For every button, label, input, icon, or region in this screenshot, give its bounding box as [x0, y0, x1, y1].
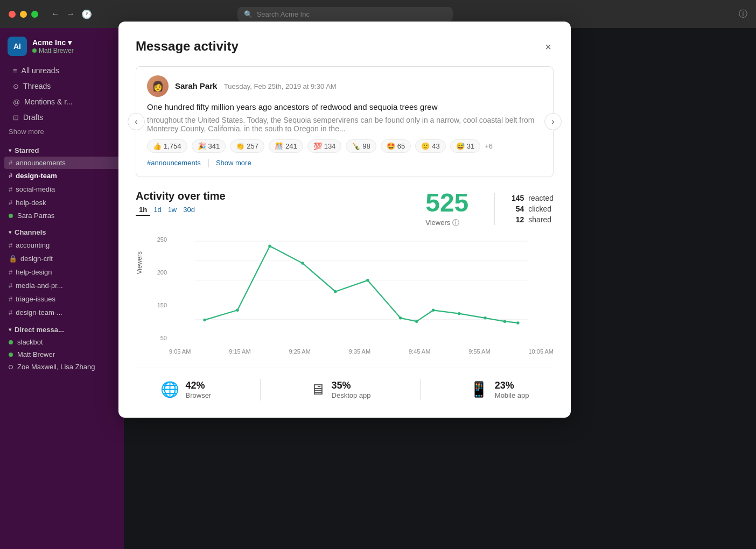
stats-details: 145 reacted 54 clicked 12 shared: [508, 194, 554, 224]
sidebar-channel-social-media[interactable]: # social-media: [0, 183, 124, 195]
reaction-smile[interactable]: 🙂 43: [415, 139, 445, 153]
sidebar-channel-design-team2[interactable]: # design-team-...: [0, 306, 124, 319]
platform-desktop: 🖥 35% Desktop app: [310, 380, 371, 399]
mobile-icon: 📱: [470, 381, 488, 398]
sidebar-dm-zoe-lisa[interactable]: Zoe Maxwell, Lisa Zhang: [0, 361, 124, 373]
sidebar-item-drafts[interactable]: ⊡ Drafts: [4, 110, 120, 125]
forward-button[interactable]: →: [66, 9, 75, 19]
sidebar-item-all-unreads[interactable]: ≡ All unreads: [4, 63, 120, 78]
more-reactions[interactable]: +6: [485, 142, 493, 150]
message-activity-modal: Message activity × ‹ › 👩 Sarah Park Tues…: [118, 22, 571, 418]
sidebar-dm-slackbot[interactable]: slackbot: [0, 336, 124, 348]
sidebar-channel-announcements[interactable]: # announcements: [4, 157, 120, 169]
time-filter-1w[interactable]: 1w: [165, 205, 180, 216]
sidebar-channel-help-design[interactable]: # help-design: [0, 266, 124, 278]
svg-point-4: [203, 318, 206, 321]
sidebar-channel-triage[interactable]: # triage-issues: [0, 293, 124, 305]
message-header: 👩 Sarah Park Tuesday, Feb 25th, 2019 at …: [147, 75, 542, 97]
reaction-clap[interactable]: 👏 257: [230, 139, 264, 153]
search-icon: 🔍: [244, 10, 253, 18]
reactions-list: 👍 1,754 🎉 341 👏 257 🎊 241 💯 134 🍾 98: [147, 139, 542, 153]
message-text-main: One hundred fifty million years ago ance…: [147, 101, 542, 114]
platform-browser: 🌐 42% Browser: [160, 380, 212, 399]
svg-point-13: [458, 312, 460, 314]
reaction-count: 43: [432, 142, 439, 150]
x-label-905: 9:05 AM: [169, 348, 191, 355]
help-icon[interactable]: ⓘ: [739, 9, 747, 20]
sidebar-dm-sara[interactable]: Sara Parras: [0, 209, 124, 222]
time-filter-1d[interactable]: 1d: [150, 205, 164, 216]
platform-info-desktop: 35% Desktop app: [332, 380, 371, 399]
reaction-emoji: 😅: [456, 142, 465, 150]
time-filter-1h[interactable]: 1h: [136, 205, 150, 216]
reaction-confetti[interactable]: 🎊 241: [269, 139, 303, 153]
sidebar-channel-accounting[interactable]: # accounting: [0, 239, 124, 251]
activity-title-section: Activity over time 1h 1d 1w 30d: [136, 190, 226, 216]
reaction-100[interactable]: 💯 134: [307, 139, 342, 153]
sidebar-user: Matt Brewer: [32, 47, 74, 54]
platform-mobile: 📱 23% Mobile app: [470, 380, 529, 399]
sidebar-item-mentions[interactable]: @ Mentions & r...: [4, 94, 120, 109]
x-label-935: 9:35 AM: [349, 348, 370, 355]
reaction-thumbsup[interactable]: 👍 1,754: [147, 139, 187, 153]
reaction-emoji: 🤩: [387, 142, 395, 150]
svg-point-6: [268, 244, 271, 247]
channels-arrow: ▾: [9, 229, 11, 235]
svg-point-7: [301, 262, 304, 264]
viewers-info-icon: ⓘ: [452, 218, 459, 228]
sidebar-workspace: Acme Inc ▾ Matt Brewer: [32, 38, 74, 54]
sidebar-channel-design-team[interactable]: # design-team: [0, 170, 124, 182]
chart-area: Viewers 250 200 150 50: [136, 236, 554, 355]
browser-pct: 42%: [186, 380, 212, 391]
back-button[interactable]: ←: [51, 9, 60, 19]
reaction-count: 241: [285, 142, 297, 150]
stat-label-reacted: reacted: [528, 194, 554, 202]
modal-header: Message activity ×: [136, 39, 554, 55]
reaction-sweat-smile[interactable]: 😅 31: [450, 139, 480, 153]
stat-label-clicked: clicked: [528, 205, 551, 213]
viewers-label: Viewers ⓘ: [425, 218, 468, 228]
fullscreen-traffic-light[interactable]: [31, 11, 38, 18]
reaction-bottle[interactable]: 🍾 98: [346, 139, 376, 153]
search-bar[interactable]: 🔍 Search Acme Inc: [237, 7, 453, 22]
show-more-link[interactable]: Show more: [216, 159, 251, 167]
svg-point-11: [415, 320, 418, 322]
reaction-count: 98: [362, 142, 370, 150]
x-label-1005: 10:05 AM: [529, 348, 554, 355]
y-label-200: 200: [148, 269, 167, 276]
workspace-name[interactable]: Acme Inc ▾: [32, 38, 74, 47]
x-label-955: 9:55 AM: [468, 348, 490, 355]
sidebar-dm-mattbrewer[interactable]: Matt Brewer: [0, 348, 124, 361]
channels-section: ▾ Channels: [0, 222, 124, 238]
next-message-button[interactable]: ›: [544, 113, 562, 130]
sidebar-channel-help-desk[interactable]: # help-desk: [0, 196, 124, 209]
reaction-count: 65: [397, 142, 405, 150]
reaction-emoji: 👍: [153, 142, 162, 150]
hash-icon: #: [9, 308, 12, 316]
sidebar-channel-design-crit[interactable]: 🔒 design-crit: [0, 252, 124, 265]
x-label-915: 9:15 AM: [229, 348, 250, 355]
x-label-945: 9:45 AM: [409, 348, 430, 355]
modal-close-button[interactable]: ×: [543, 39, 554, 55]
minimize-traffic-light[interactable]: [20, 11, 27, 18]
sidebar-channel-media[interactable]: # media-and-pr...: [0, 279, 124, 292]
show-more-nav[interactable]: Show more: [0, 125, 124, 138]
traffic-lights: [9, 11, 38, 18]
svg-point-15: [503, 320, 506, 322]
close-traffic-light[interactable]: [9, 11, 16, 18]
stats-divider: [494, 193, 495, 225]
reaction-emoji: 👏: [236, 142, 244, 150]
reaction-tada[interactable]: 🎉 341: [192, 139, 226, 153]
prev-message-button[interactable]: ‹: [128, 113, 145, 130]
search-placeholder: Search Acme Inc: [257, 10, 310, 18]
stat-reacted: 145 reacted: [508, 194, 554, 202]
hash-icon: #: [9, 159, 12, 167]
history-button[interactable]: 🕐: [81, 9, 92, 19]
time-filter-30d[interactable]: 30d: [180, 205, 198, 216]
svg-point-8: [334, 290, 337, 293]
user-status-dot: [32, 48, 37, 53]
mobile-pct: 23%: [495, 380, 529, 391]
stat-clicked: 54 clicked: [508, 205, 554, 213]
reaction-starstruck[interactable]: 🤩 65: [381, 139, 411, 153]
sidebar-item-threads[interactable]: ⊙ Threads: [4, 79, 120, 94]
